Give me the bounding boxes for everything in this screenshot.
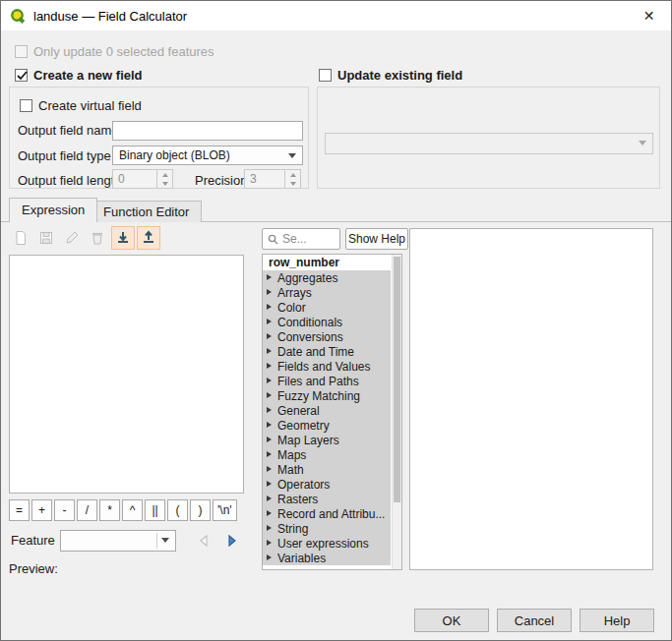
expand-arrow-icon (267, 407, 272, 413)
create-new-field-checkbox[interactable] (15, 69, 28, 82)
tab-function-editor[interactable]: Function Editor (91, 201, 202, 222)
expand-arrow-icon (267, 289, 272, 295)
operator-divide-button[interactable]: / (77, 499, 97, 521)
expand-arrow-icon (267, 319, 272, 324)
existing-field-group (317, 87, 660, 189)
list-item-row-number[interactable]: row_number (263, 255, 391, 270)
import-expression-button[interactable] (111, 226, 135, 250)
operator-minus-button[interactable]: - (54, 499, 75, 521)
create-new-field-row: Create a new field (15, 67, 143, 83)
previous-feature-button (192, 530, 214, 552)
list-item-files-and-paths[interactable]: Files and Paths (263, 374, 391, 388)
export-expression-button[interactable] (137, 226, 160, 250)
list-item-general[interactable]: General (263, 403, 391, 418)
expand-arrow-icon (267, 274, 272, 280)
function-help-panel (409, 228, 653, 570)
function-list-scrollbar[interactable] (392, 255, 401, 569)
show-help-button[interactable]: Show Help (345, 228, 408, 250)
precision-spinner: 3 (244, 169, 301, 189)
operator-close-paren-button[interactable]: ) (190, 499, 211, 521)
titlebar: landuse — Field Calculator ✕ (1, 1, 671, 30)
output-field-name-input[interactable] (112, 121, 303, 141)
list-item-fuzzy-matching[interactable]: Fuzzy Matching (263, 388, 391, 403)
list-item-conditionals[interactable]: Conditionals (263, 315, 391, 329)
output-field-length-value: 0 (113, 170, 156, 188)
new-field-group: Create virtual field Output field name O… (9, 87, 309, 189)
list-item-record-and-attributes[interactable]: Record and Attribu... (263, 506, 391, 521)
precision-label: Precision (195, 171, 247, 191)
list-item-arrays[interactable]: Arrays (263, 285, 391, 300)
expand-arrow-icon (267, 437, 272, 442)
operator-buttons: = + - / * ^ || ( ) '\n' (9, 499, 237, 521)
update-existing-checkbox[interactable] (319, 69, 332, 82)
only-update-label: Only update 0 selected features (33, 44, 214, 59)
list-item-aggregates[interactable]: Aggregates (263, 270, 391, 285)
function-list: row_number Aggregates Arrays Color Condi… (262, 254, 402, 570)
list-item-map-layers[interactable]: Map Layers (263, 433, 391, 447)
create-new-field-label: Create a new field (33, 68, 143, 83)
list-item-conversions[interactable]: Conversions (263, 329, 391, 344)
list-item-string[interactable]: String (263, 521, 391, 536)
virtual-field-row: Create virtual field (20, 98, 142, 113)
delete-expression-icon (86, 226, 109, 250)
operator-multiply-button[interactable]: * (99, 499, 120, 521)
save-expression-icon (34, 226, 58, 250)
scrollbar-thumb[interactable] (394, 257, 400, 502)
list-item-maps[interactable]: Maps (263, 447, 391, 462)
new-expression-icon (9, 226, 32, 250)
expression-editor[interactable] (9, 255, 244, 494)
list-item-variables[interactable]: Variables (263, 551, 391, 565)
existing-field-select (325, 133, 653, 154)
feature-label: Feature (11, 533, 55, 548)
expand-arrow-icon (267, 525, 272, 531)
list-item-operators[interactable]: Operators (263, 477, 391, 492)
list-item-color[interactable]: Color (263, 300, 391, 315)
operator-open-paren-button[interactable]: ( (167, 499, 188, 521)
field-calculator-dialog: landuse — Field Calculator ✕ Only update… (0, 0, 672, 641)
operator-newline-button[interactable]: '\n' (213, 499, 237, 521)
qgis-logo-icon (10, 8, 27, 25)
list-item-date-and-time[interactable]: Date and Time (263, 344, 391, 359)
expand-arrow-icon (267, 554, 272, 560)
chevron-down-icon (288, 153, 296, 158)
expand-arrow-icon (267, 540, 272, 546)
search-input[interactable]: Se... (262, 228, 340, 250)
tab-expression[interactable]: Expression (9, 198, 97, 222)
window-title: landuse — Field Calculator (33, 9, 187, 24)
expand-arrow-icon (267, 495, 272, 501)
update-existing-row: Update existing field (319, 67, 462, 83)
expand-arrow-icon (267, 510, 272, 516)
only-update-checkbox (15, 45, 28, 58)
feature-select[interactable] (60, 530, 176, 552)
operator-plus-button[interactable]: + (31, 499, 52, 521)
next-feature-button[interactable] (220, 530, 243, 552)
close-button[interactable]: ✕ (627, 1, 671, 30)
expand-arrow-icon (267, 451, 272, 457)
create-virtual-field-checkbox[interactable] (20, 99, 32, 112)
cancel-button[interactable]: Cancel (497, 609, 572, 632)
list-item-fields-and-values[interactable]: Fields and Values (263, 359, 391, 374)
operator-concat-button[interactable]: || (145, 499, 165, 521)
expand-arrow-icon (267, 378, 272, 383)
operator-equals-button[interactable]: = (9, 499, 30, 521)
combo-divider (156, 533, 157, 549)
expand-arrow-icon (267, 363, 272, 369)
ok-button[interactable]: OK (414, 609, 489, 632)
spinner-arrows-icon (284, 170, 300, 188)
search-icon (268, 234, 278, 245)
output-field-type-select[interactable]: Binary object (BLOB) (112, 146, 303, 165)
output-field-type-label: Output field type (18, 146, 111, 166)
edit-expression-icon (60, 226, 84, 250)
list-item-rasters[interactable]: Rasters (263, 492, 391, 506)
only-update-row: Only update 0 selected features (15, 43, 214, 59)
operator-power-button[interactable]: ^ (122, 499, 143, 521)
create-virtual-field-label: Create virtual field (38, 98, 142, 113)
list-item-geometry[interactable]: Geometry (263, 418, 391, 433)
expand-arrow-icon (267, 466, 272, 472)
output-field-length-spinner: 0 (112, 169, 173, 189)
list-item-math[interactable]: Math (263, 462, 391, 477)
list-item-user-expressions[interactable]: User expressions (263, 536, 391, 551)
help-button[interactable]: Help (580, 609, 654, 632)
precision-value: 3 (245, 170, 284, 188)
update-existing-label: Update existing field (337, 68, 462, 83)
